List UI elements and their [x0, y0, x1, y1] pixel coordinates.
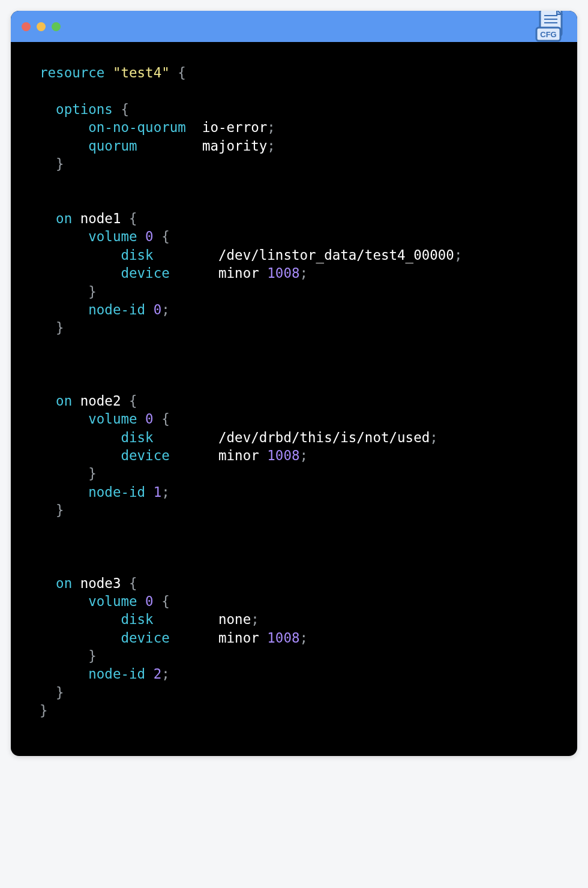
keyword-volume: volume — [88, 229, 137, 244]
keyword-device: device — [121, 448, 169, 463]
cfg-file-icon: CFG — [533, 11, 569, 53]
node2-disk: /dev/drbd/this/is/not/used — [218, 430, 430, 445]
keyword-resource: resource — [40, 65, 104, 80]
keyword-node-id: node-id — [88, 302, 145, 317]
svg-text:CFG: CFG — [540, 30, 556, 39]
node1-name: node1 — [80, 211, 121, 226]
node3-id: 2 — [154, 666, 162, 682]
node3-minor: 1008 — [267, 630, 299, 646]
option-on-no-quorum-value: io-error — [202, 119, 267, 135]
node3-disk: none — [218, 611, 251, 627]
window-controls — [22, 22, 61, 31]
option-quorum-value: majority — [202, 138, 267, 154]
keyword-options: options — [56, 101, 113, 117]
keyword-disk: disk — [121, 430, 153, 445]
option-on-no-quorum: on-no-quorum — [88, 119, 186, 135]
keyword-disk: disk — [121, 611, 153, 627]
code-window: CFG resource "test4" { options { on-no-q… — [11, 11, 577, 756]
window-titlebar: CFG — [11, 11, 577, 42]
node3-name: node3 — [80, 575, 121, 591]
keyword-minor: minor — [218, 265, 259, 281]
keyword-volume: volume — [88, 593, 137, 609]
node1-minor: 1008 — [267, 265, 299, 281]
keyword-disk: disk — [121, 247, 153, 263]
node1-id: 0 — [154, 302, 162, 317]
code-block: resource "test4" { options { on-no-quoru… — [11, 42, 577, 756]
keyword-volume: volume — [88, 411, 137, 427]
option-quorum: quorum — [88, 138, 137, 154]
node2-minor: 1008 — [267, 448, 299, 463]
keyword-minor: minor — [218, 448, 259, 463]
minimize-icon[interactable] — [37, 22, 46, 31]
keyword-device: device — [121, 265, 169, 281]
keyword-node-id: node-id — [88, 484, 145, 500]
node2-id: 1 — [154, 484, 162, 500]
keyword-on: on — [56, 575, 72, 591]
node1-disk: /dev/linstor_data/test4_00000 — [218, 247, 454, 263]
keyword-node-id: node-id — [88, 666, 145, 682]
resource-name: "test4" — [113, 65, 170, 80]
node1-vol-idx: 0 — [145, 229, 154, 244]
close-icon[interactable] — [22, 22, 31, 31]
keyword-on: on — [56, 211, 72, 226]
keyword-minor: minor — [218, 630, 259, 646]
node2-name: node2 — [80, 393, 121, 409]
zoom-icon[interactable] — [52, 22, 61, 31]
node2-vol-idx: 0 — [145, 411, 154, 427]
keyword-device: device — [121, 630, 169, 646]
node3-vol-idx: 0 — [145, 593, 154, 609]
keyword-on: on — [56, 393, 72, 409]
